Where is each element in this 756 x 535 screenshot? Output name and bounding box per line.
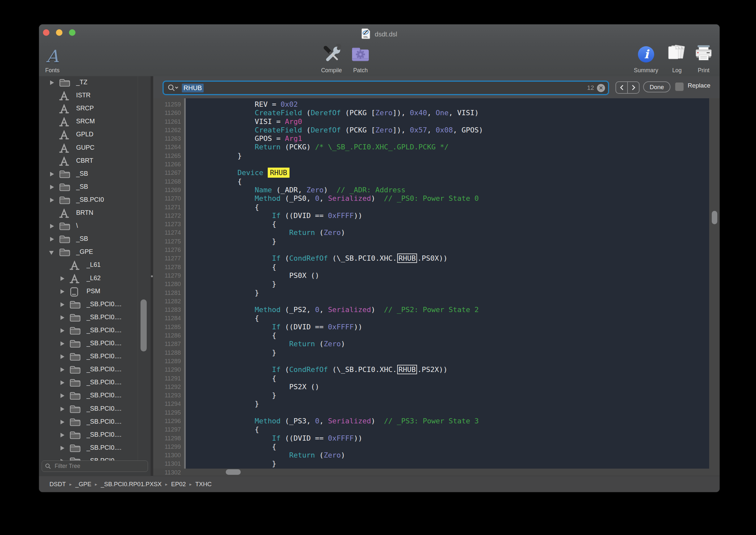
disclosure-right-icon[interactable]	[61, 380, 65, 385]
tree-item[interactable]: _SB	[39, 168, 150, 181]
code-line[interactable]: {	[186, 374, 709, 383]
disclosure-right-icon[interactable]	[61, 302, 65, 307]
replace-checkbox[interactable]	[675, 82, 684, 91]
code-line[interactable]	[186, 160, 709, 169]
disclosure-right-icon[interactable]	[61, 446, 65, 450]
fonts-button[interactable]: A Fonts	[39, 44, 75, 76]
tree-item[interactable]: _SB.PCI0....	[39, 455, 150, 461]
disclosure-right-icon[interactable]	[61, 354, 65, 359]
tree-item[interactable]: _SB.PCI0....	[39, 337, 150, 350]
code-line[interactable]: Return (Zero)	[186, 228, 709, 237]
code-line[interactable]	[186, 408, 709, 417]
filter-tree-input[interactable]	[54, 463, 140, 470]
disclosure-right-icon[interactable]	[61, 315, 65, 320]
disclosure-right-icon[interactable]	[50, 172, 54, 176]
tree-item[interactable]: _SB.PCI0....	[39, 429, 150, 441]
find-previous-button[interactable]	[616, 82, 628, 93]
code-line[interactable]	[186, 297, 709, 306]
horizontal-scrollbar-thumb[interactable]	[226, 469, 241, 475]
code-line[interactable]: }	[186, 289, 709, 297]
tree-item[interactable]: GPLD	[39, 128, 150, 141]
code-line[interactable]: }	[186, 349, 709, 357]
disclosure-right-icon[interactable]	[50, 237, 54, 241]
tree-item[interactable]: SRCP	[39, 102, 150, 115]
tree-item[interactable]: \	[39, 220, 150, 233]
code-line[interactable]: {	[186, 331, 709, 340]
print-button[interactable]: Print	[681, 44, 719, 76]
code-line[interactable]: If ((DVID == 0xFFFF))	[186, 323, 709, 331]
disclosure-down-icon[interactable]	[49, 251, 54, 255]
tree-item[interactable]: _SB.PCI0	[39, 194, 150, 207]
code-line[interactable]: {	[186, 314, 709, 323]
tree-item[interactable]: BRTN	[39, 207, 150, 220]
tree-item[interactable]: SRCM	[39, 115, 150, 128]
code-line[interactable]: {	[186, 203, 709, 211]
breadcrumb-segment[interactable]: TXHC	[195, 481, 211, 488]
tree-item[interactable]: GUPC	[39, 142, 150, 155]
code-line[interactable]: Name (_ADR, Zero) // _ADR: Address	[186, 186, 709, 194]
tree-item[interactable]: _SB.PCI0....	[39, 298, 150, 311]
code-line[interactable]: If (CondRefOf (\_SB.PCI0.XHC.RHUB.PS2X))	[186, 365, 709, 374]
code-line[interactable]: CreateField (DerefOf (PCKG [Zero]), 0x40…	[186, 109, 709, 117]
code-line[interactable]: {	[186, 442, 709, 451]
code-line[interactable]: Method (_PS2, 0, Serialized) // _PS2: Po…	[186, 306, 709, 314]
tree-item[interactable]: _GPE	[39, 246, 150, 259]
tree-item[interactable]: _TZ	[39, 76, 150, 89]
find-next-button[interactable]	[628, 82, 639, 93]
code-line[interactable]: If ((DVID == 0xFFFF))	[186, 434, 709, 442]
tree-item[interactable]: PSM	[39, 285, 150, 298]
tree-item[interactable]: _SB.PCI0....	[39, 389, 150, 402]
disclosure-right-icon[interactable]	[50, 185, 54, 189]
code-line[interactable]: Method (_PS0, 0, Serialized) // _PS0: Po…	[186, 194, 709, 203]
disclosure-right-icon[interactable]	[61, 420, 65, 424]
vertical-scrollbar-track[interactable]	[709, 98, 719, 468]
disclosure-right-icon[interactable]	[61, 341, 65, 346]
code-line[interactable]: PS2X ()	[186, 383, 709, 391]
disclosure-right-icon[interactable]	[61, 367, 65, 372]
code-line[interactable]: Return (Zero)	[186, 451, 709, 460]
search-icon[interactable]	[168, 84, 178, 92]
code-line[interactable]: CreateField (DerefOf (PCKG [Zero]), 0x57…	[186, 126, 709, 134]
code-line[interactable]: {	[186, 177, 709, 186]
tree-item[interactable]: _SB.PCI0....	[39, 324, 150, 337]
code-text-area[interactable]: REV = 0x02 CreateField (DerefOf (PCKG [Z…	[186, 100, 709, 468]
code-line[interactable]: VISI = Arg0	[186, 118, 709, 126]
code-line[interactable]: Return (PCKG) /* \_SB_.PCI0.XHC_.GPLD.PC…	[186, 143, 709, 151]
code-line[interactable]	[186, 246, 709, 254]
disclosure-right-icon[interactable]	[61, 289, 65, 294]
done-button[interactable]: Done	[643, 81, 670, 93]
code-line[interactable]: PS0X ()	[186, 271, 709, 280]
code-line[interactable]: }	[186, 237, 709, 246]
tree-item[interactable]: _SB.PCI0....	[39, 350, 150, 363]
code-line[interactable]: }	[186, 280, 709, 288]
code-line[interactable]: Device RHUB	[186, 169, 709, 177]
tree-item[interactable]: _SB	[39, 233, 150, 246]
tree-item[interactable]: _SB.PCI0....	[39, 311, 150, 324]
vertical-scrollbar-thumb[interactable]	[712, 211, 717, 224]
patch-button[interactable]: Patch	[338, 44, 383, 76]
tree-item[interactable]: _L62	[39, 272, 150, 285]
disclosure-right-icon[interactable]	[50, 80, 54, 85]
disclosure-right-icon[interactable]	[61, 328, 65, 333]
breadcrumb-segment[interactable]: DSDT	[49, 481, 66, 488]
disclosure-right-icon[interactable]	[61, 276, 65, 281]
tree-item[interactable]: CBRT	[39, 155, 150, 168]
find-field[interactable]: RHUB 12 ✕	[163, 81, 609, 95]
tree-item[interactable]: _SB.PCI0....	[39, 441, 150, 455]
breadcrumb-segment[interactable]: EP02	[171, 481, 186, 488]
code-line[interactable]: {	[186, 425, 709, 434]
code-line[interactable]: Method (_PS3, 0, Serialized) // _PS3: Po…	[186, 417, 709, 425]
disclosure-right-icon[interactable]	[61, 393, 65, 398]
filter-tree-field[interactable]	[41, 461, 148, 472]
tree-item[interactable]: _SB	[39, 181, 150, 194]
code-line[interactable]: {	[186, 220, 709, 228]
code-line[interactable]: Return (Zero)	[186, 340, 709, 348]
tree-item[interactable]: _SB.PCI0....	[39, 376, 150, 389]
disclosure-right-icon[interactable]	[50, 224, 54, 228]
sidebar-scrollbar-thumb[interactable]	[141, 299, 147, 352]
code-line[interactable]: }	[186, 400, 709, 408]
code-line[interactable]	[186, 357, 709, 365]
tree-item[interactable]: _SB.PCI0....	[39, 415, 150, 429]
code-line[interactable]: If ((DVID == 0xFFFF))	[186, 211, 709, 220]
code-line[interactable]: GPOS = Arg1	[186, 134, 709, 143]
